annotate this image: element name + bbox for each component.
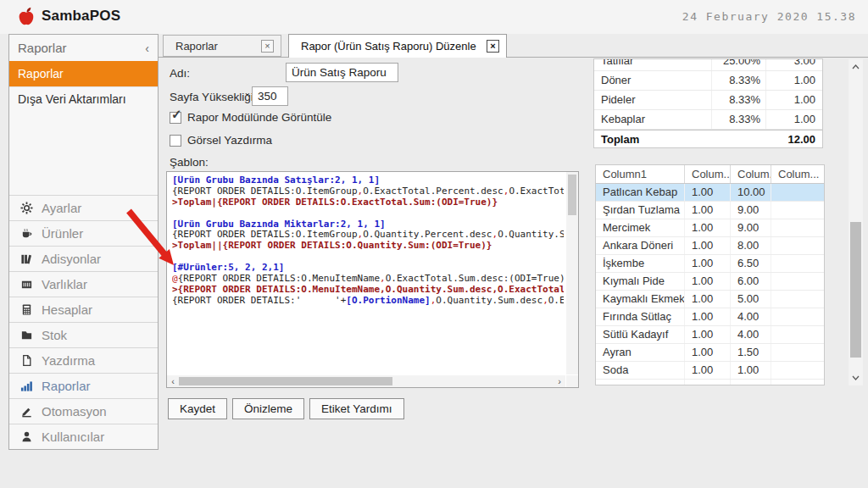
detail-row[interactable]: Fırında Sütlaç1.004.00 [596,308,824,326]
detail-cell [771,219,824,236]
detail-row[interactable]: Şırdan Tuzlama1.009.00 [596,202,824,219]
detail-cell: 1.00 [685,362,731,379]
detail-row[interactable]: Sütlü Kadayıf1.004.00 [596,326,824,344]
scroll-left-icon[interactable]: ‹ [167,375,179,387]
detail-cell [771,308,824,325]
editor-scroll-corner [566,375,578,387]
panel-vertical-scrollbar[interactable] [849,59,863,385]
sidebar-nav-tickets[interactable]: Adisyonlar [9,246,158,271]
summary-cell-group: Kebaplar [594,110,712,129]
detail-row[interactable]: Ayran1.001.50 [596,344,824,362]
detail-header-cell[interactable]: Column1 [596,165,685,183]
sidebar: Raporlar ‹ RaporlarDışa Veri Aktarımları… [8,34,159,450]
template-line: @{REPORT ORDER DETAILS:O.MenuItemName,O.… [172,274,564,285]
detail-header-cell[interactable]: Colum... [731,165,771,183]
sidebar-nav-printing[interactable]: Yazdırma [9,347,158,373]
sidebar-nav-automation[interactable]: Otomasyon [9,398,158,424]
detail-cell: 1.00 [685,326,731,343]
tab-reports[interactable]: Raporlar× [163,35,281,57]
tab-close-icon[interactable]: × [487,40,499,53]
template-editor[interactable]: [Ürün Grubu Bazında Satışlar:2, 1, 1]{RE… [166,171,579,388]
template-line: >Toplam|{REPORT ORDER DETAILS:O.ExactTot… [172,197,564,208]
cash-register-icon [19,278,34,291]
template-line [172,252,564,263]
collapse-icon[interactable]: ‹ [145,42,149,55]
detail-cell: 1.00 [685,219,731,236]
template-line: {REPORT ORDER DETAILS:' '+[O.PortionName… [172,296,564,307]
detail-row[interactable] [596,380,824,385]
summary-row[interactable]: Döner8.33%1.00 [594,71,822,91]
detail-cell: 9.00 [731,202,771,219]
document-icon [19,354,34,368]
scroll-up-icon[interactable] [849,61,863,73]
preview-button[interactable]: Önizleme [232,398,304,419]
detail-row[interactable]: Patlıcan Kebap1.0010.00 [596,184,824,202]
tag-help-button[interactable]: Etiket Yardımı [309,398,404,419]
detail-cell: 1.00 [685,308,731,325]
group-summary-table: Tatlılar25.00%3.00Döner8.33%1.00Pideler8… [593,58,823,148]
detail-cell: 1.00 [731,362,771,379]
detail-row[interactable]: Kaymaklı Ekmek...1.005.00 [596,291,824,308]
brand-name: SambaPOS [42,8,120,25]
sidebar-nav-entities[interactable]: Varlıklar [9,271,158,297]
template-line: >{REPORT ORDER DETAILS:O.MenuItemName,O.… [172,285,564,296]
summary-cell-group: Tatlılar [594,58,712,70]
panel-scroll-thumb[interactable] [850,222,861,358]
sidebar-nav-products[interactable]: Ürünler [9,220,158,246]
sidebar-nav-accounts[interactable]: Hesaplar [9,297,158,322]
detail-cell: 6.00 [731,273,771,290]
scroll-down-icon[interactable] [849,372,863,384]
sidebar-item-data-exports[interactable]: Dışa Veri Aktarımları [9,86,158,112]
tab-close-icon[interactable]: × [261,40,274,53]
visual-printing-checkbox[interactable] [170,135,181,147]
editor-vertical-scrollbar[interactable] [566,172,578,374]
detail-cell: Kıymalı Pide [596,273,685,290]
save-button[interactable]: Kaydet [168,398,227,419]
show-in-report-module-row: Rapor Modülünde Görüntüle [170,111,331,124]
summary-row[interactable]: Kebaplar8.33%1.00 [594,110,822,130]
detail-cell [771,291,824,308]
detail-row[interactable]: İşkembe1.006.50 [596,255,824,273]
detail-row[interactable]: Mercimek1.009.00 [596,219,824,237]
detail-cell [596,380,685,385]
detail-cell: 4.00 [731,308,771,325]
summary-cell-percent: 8.33% [712,71,766,90]
sidebar-item-reports[interactable]: Raporlar [9,61,158,86]
editor-hscroll-thumb[interactable] [179,377,392,385]
summary-cell-percent: 8.33% [712,110,766,129]
sidebar-nav-inventory[interactable]: Stok [9,322,158,347]
detail-header-cell[interactable]: Colum... [685,165,731,183]
detail-header-cell[interactable]: Colum... [771,165,824,183]
scroll-right-icon[interactable]: › [554,375,565,387]
detail-row[interactable]: Ankara Döneri1.008.00 [596,237,824,255]
tab-edit-report[interactable]: Rapor (Ürün Satış Raporu) Düzenle× [288,34,507,58]
sidebar-nav-settings[interactable]: Ayarlar [9,195,158,220]
summary-row[interactable]: Tatlılar25.00%3.00 [594,58,822,71]
sidebar-nav-reports[interactable]: Raporlar [9,373,158,398]
template-line: [Ürün Grubu Bazında Satışlar:2, 1, 1] [172,175,564,186]
detail-cell: 6.50 [731,255,771,272]
detail-cell [771,184,824,201]
page-height-input[interactable] [252,86,288,106]
detail-cell: 1.00 [685,184,731,201]
template-text[interactable]: [Ürün Grubu Bazında Satışlar:2, 1, 1]{RE… [172,175,564,373]
sidebar-nav-label: Yazdırma [42,353,95,368]
detail-cell: 1.00 [685,237,731,254]
editor-vscroll-thumb[interactable] [568,175,576,215]
detail-cell [771,273,824,290]
detail-cell: Sütlü Kadayıf [596,326,685,343]
detail-cell: 8.00 [731,237,771,254]
detail-cell: 1.50 [731,344,771,361]
detail-row[interactable]: Kıymalı Pide1.006.00 [596,273,824,291]
summary-total-label: Toplam [594,130,712,148]
datetime: 24 February 2020 15.38 [682,10,856,23]
detail-cell: 1.00 [685,273,731,290]
editor-horizontal-scrollbar[interactable]: ‹ › [167,375,565,387]
name-input[interactable] [286,63,398,82]
summary-row[interactable]: Pideler8.33%1.00 [594,91,822,110]
template-line: [#Ürünler:5, 2, 2,1] [172,263,564,274]
sidebar-nav-users[interactable]: Kullanıcılar [9,424,158,449]
detail-row[interactable]: Soda1.001.00 [596,362,824,380]
show-in-report-module-checkbox[interactable] [170,112,181,124]
summary-cell-value: 3.00 [766,58,822,70]
